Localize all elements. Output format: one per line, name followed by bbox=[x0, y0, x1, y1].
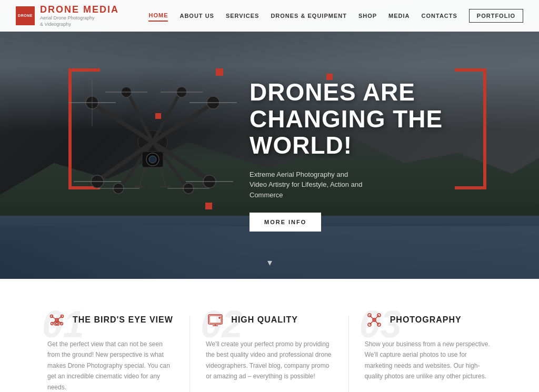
hero-title: DRONES ARE CHANGING THE WORLD! bbox=[249, 79, 471, 159]
quality-symbol bbox=[207, 312, 223, 328]
brand-name-black: MEDIA bbox=[79, 4, 119, 15]
logo-box: DRONE bbox=[16, 6, 35, 25]
photography-icon bbox=[365, 310, 384, 329]
feature-header-2: HIGH QUALITY bbox=[206, 310, 333, 329]
feature-title-1: THE BIRD'S EYE VIEW bbox=[73, 315, 173, 325]
feature-title-3: PHOTOGRAPHY bbox=[390, 315, 462, 325]
hero-cta-button[interactable]: MORE INFO bbox=[249, 213, 321, 232]
feature-text-3: Show your business from a new perspectiv… bbox=[365, 339, 492, 382]
svg-line-30 bbox=[161, 167, 166, 187]
nav-portfolio[interactable]: PORTFOLIO bbox=[469, 9, 523, 23]
nav-home[interactable]: HOME bbox=[148, 10, 168, 22]
nav-media[interactable]: MEDIA bbox=[388, 11, 410, 21]
nav-drones[interactable]: DRONES & EQUIPMENT bbox=[271, 11, 347, 21]
feature-header-3: PHOTOGRAPHY bbox=[365, 310, 492, 329]
feature-quality: 02 HIGH QUALITY We'll create your perfec… bbox=[190, 310, 348, 392]
drone-svg bbox=[53, 58, 253, 205]
photography-symbol bbox=[366, 312, 382, 328]
feature-title-2: HIGH QUALITY bbox=[231, 315, 298, 325]
nav-services[interactable]: SERVICES bbox=[226, 11, 259, 21]
features-section: 01 THE BIRD'S bbox=[0, 279, 539, 392]
nav-shop[interactable]: SHOP bbox=[358, 11, 377, 21]
logo-text: DRONE MEDIA Aerial Drone Photography & V… bbox=[40, 4, 119, 27]
drone-illustration bbox=[53, 58, 253, 205]
hero-subtitle: Extreme Aerial Photography and Video Art… bbox=[249, 169, 365, 200]
hero-section: DRONES ARE CHANGING THE WORLD! Extreme A… bbox=[0, 0, 539, 279]
svg-line-51 bbox=[370, 315, 374, 320]
svg-point-43 bbox=[56, 323, 58, 325]
logo-area: DRONE DRONE MEDIA Aerial Drone Photograp… bbox=[16, 4, 121, 27]
brand-name-red: DRONE bbox=[40, 4, 79, 15]
quality-icon bbox=[206, 310, 225, 329]
drone-icon-1 bbox=[47, 310, 66, 329]
svg-rect-44 bbox=[208, 315, 222, 324]
feature-birds-eye: 01 THE BIRD'S bbox=[32, 310, 190, 392]
hero-content: DRONES ARE CHANGING THE WORLD! Extreme A… bbox=[249, 79, 471, 232]
svg-line-54 bbox=[374, 320, 379, 325]
drone-symbol-1 bbox=[49, 312, 65, 328]
nav-contacts[interactable]: CONTACTS bbox=[422, 11, 457, 21]
feature-text-1: Get the perfect view that can not be see… bbox=[47, 339, 174, 392]
header: DRONE DRONE MEDIA Aerial Drone Photograp… bbox=[0, 0, 539, 32]
feature-text-2: We'll create your perfect promo by provi… bbox=[206, 339, 333, 382]
svg-line-29 bbox=[139, 167, 145, 187]
feature-header-1: THE BIRD'S EYE VIEW bbox=[47, 310, 174, 329]
logo-subtitle: Aerial Drone Photography & Videography bbox=[40, 15, 119, 27]
nav-about[interactable]: ABOUT US bbox=[179, 11, 214, 21]
feature-photography: 03 PHOTOGRAPHY Show your business from bbox=[349, 310, 507, 392]
svg-point-28 bbox=[149, 156, 156, 163]
svg-line-52 bbox=[374, 315, 379, 320]
brand-name: DRONE MEDIA bbox=[40, 4, 119, 15]
scroll-indicator[interactable]: ▾ bbox=[267, 257, 272, 268]
svg-line-53 bbox=[370, 320, 374, 325]
main-nav: HOME ABOUT US SERVICES DRONES & EQUIPMEN… bbox=[148, 9, 523, 23]
